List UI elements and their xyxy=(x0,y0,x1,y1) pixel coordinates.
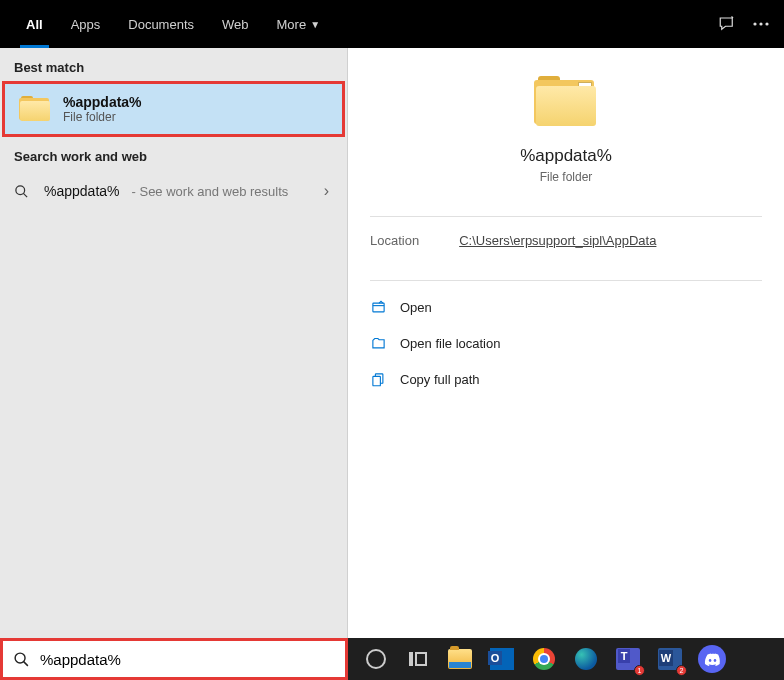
web-result-query: %appdata% xyxy=(44,183,120,199)
location-label: Location xyxy=(370,233,419,248)
edge-icon xyxy=(575,648,597,670)
notification-badge: 1 xyxy=(634,665,645,676)
action-open-location-label: Open file location xyxy=(400,336,500,351)
svg-point-0 xyxy=(753,22,756,25)
outlook-icon: O xyxy=(490,648,514,670)
web-result-row[interactable]: %appdata% - See work and web results › xyxy=(0,170,347,212)
discord-button[interactable] xyxy=(696,643,728,675)
search-filter-tabs: All Apps Documents Web More ▼ xyxy=(0,0,784,48)
svg-rect-7 xyxy=(372,376,380,385)
action-open-label: Open xyxy=(400,300,432,315)
cortana-icon xyxy=(366,649,386,669)
chevron-right-icon[interactable]: › xyxy=(324,182,333,200)
edge-button[interactable] xyxy=(570,643,602,675)
preview-subtitle: File folder xyxy=(540,170,593,184)
folder-large-icon xyxy=(534,76,598,128)
svg-line-4 xyxy=(23,193,27,197)
notification-badge: 2 xyxy=(676,665,687,676)
options-icon[interactable] xyxy=(752,21,770,27)
action-open[interactable]: Open xyxy=(370,291,762,323)
tab-all[interactable]: All xyxy=(12,0,57,48)
outlook-button[interactable]: O xyxy=(486,643,518,675)
feedback-icon[interactable] xyxy=(718,15,736,33)
preview-pane: %appdata% File folder Location C:\Users\… xyxy=(348,48,784,680)
best-match-subtitle: File folder xyxy=(63,110,142,124)
copy-icon xyxy=(370,371,386,387)
results-pane: Best match %appdata% File folder Search … xyxy=(0,48,348,680)
svg-point-3 xyxy=(16,185,25,194)
svg-point-1 xyxy=(759,22,762,25)
location-path[interactable]: C:\Users\erpsupport_sipl\AppData xyxy=(459,233,656,248)
task-view-icon xyxy=(409,652,427,666)
best-match-result[interactable]: %appdata% File folder xyxy=(2,81,345,137)
svg-rect-5 xyxy=(372,303,383,312)
svg-line-9 xyxy=(24,661,28,665)
word-button[interactable]: W 2 xyxy=(654,643,686,675)
section-best-match: Best match xyxy=(0,48,347,81)
preview-title: %appdata% xyxy=(520,146,612,166)
file-explorer-button[interactable] xyxy=(444,643,476,675)
best-match-text: %appdata% File folder xyxy=(63,94,142,124)
tab-more[interactable]: More ▼ xyxy=(263,0,335,48)
best-match-title: %appdata% xyxy=(63,94,142,110)
web-result-hint: - See work and web results xyxy=(132,184,289,199)
action-open-location[interactable]: Open file location xyxy=(370,327,762,359)
search-icon xyxy=(14,184,32,199)
open-location-icon xyxy=(370,335,386,351)
tab-documents[interactable]: Documents xyxy=(114,0,208,48)
discord-icon xyxy=(698,645,726,673)
tab-apps[interactable]: Apps xyxy=(57,0,115,48)
file-explorer-icon xyxy=(448,649,472,669)
chevron-down-icon: ▼ xyxy=(310,19,320,30)
location-row: Location C:\Users\erpsupport_sipl\AppDat… xyxy=(348,217,784,264)
svg-point-8 xyxy=(15,653,25,663)
chrome-icon xyxy=(533,648,555,670)
teams-button[interactable]: T 1 xyxy=(612,643,644,675)
action-copy-path-label: Copy full path xyxy=(400,372,480,387)
actions-list: Open Open file location Copy full path xyxy=(348,281,784,405)
taskbar: O T 1 W 2 xyxy=(348,638,784,680)
folder-icon xyxy=(19,96,51,122)
action-copy-path[interactable]: Copy full path xyxy=(370,363,762,395)
search-icon xyxy=(13,651,30,668)
svg-point-2 xyxy=(765,22,768,25)
tab-more-label: More xyxy=(277,17,307,32)
tab-web[interactable]: Web xyxy=(208,0,263,48)
open-icon xyxy=(370,299,386,315)
cortana-button[interactable] xyxy=(360,643,392,675)
chrome-button[interactable] xyxy=(528,643,560,675)
search-input[interactable] xyxy=(40,651,335,668)
task-view-button[interactable] xyxy=(402,643,434,675)
section-work-web: Search work and web xyxy=(0,137,347,170)
search-box[interactable] xyxy=(0,638,348,680)
